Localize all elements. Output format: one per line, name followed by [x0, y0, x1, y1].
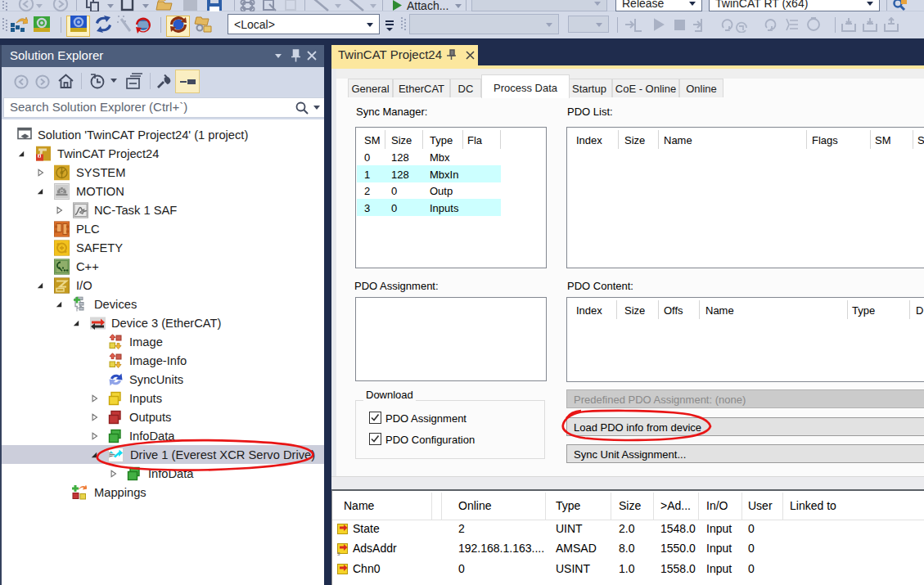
svg-text:s: s	[337, 551, 340, 556]
